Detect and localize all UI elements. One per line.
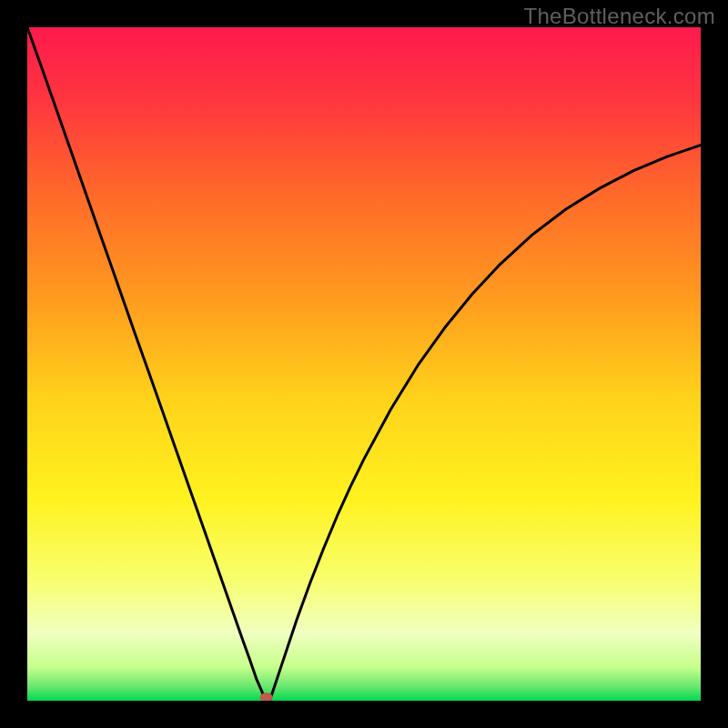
watermark-text: TheBottleneck.com xyxy=(523,4,715,29)
chart-outer-frame: TheBottleneck.com xyxy=(0,0,728,728)
plot-svg xyxy=(27,27,701,701)
gradient-background xyxy=(27,27,701,701)
plot-area xyxy=(27,27,701,701)
